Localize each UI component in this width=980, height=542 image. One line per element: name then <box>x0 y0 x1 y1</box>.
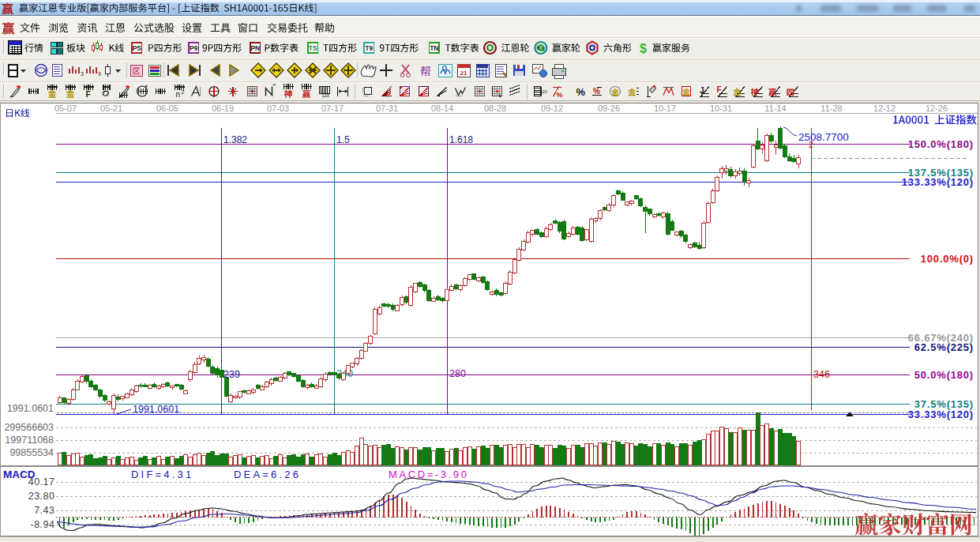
svg-text:50.0%(180): 50.0%(180) <box>914 369 974 381</box>
svg-text:150.0%(180): 150.0%(180) <box>908 138 974 150</box>
svg-text:2: 2 <box>182 89 185 95</box>
svg-text:280: 280 <box>449 368 466 379</box>
svg-text:Big: Big <box>537 45 546 51</box>
svg-text:%: % <box>576 86 586 98</box>
svg-text:346: 346 <box>813 369 830 380</box>
svg-text:133.33%(120): 133.33%(120) <box>902 176 974 188</box>
svg-text:%: % <box>593 87 600 96</box>
svg-text:33.33%(120): 33.33%(120) <box>908 408 974 420</box>
svg-text:DEA=6.26: DEA=6.26 <box>234 469 301 480</box>
svg-text:12-26: 12-26 <box>926 104 948 113</box>
svg-text:MACD=-3.90: MACD=-3.90 <box>389 469 469 480</box>
svg-text:1.5: 1.5 <box>336 134 350 145</box>
svg-text:PS: PS <box>133 44 142 52</box>
svg-text:05-07: 05-07 <box>54 104 77 113</box>
svg-text:08-14: 08-14 <box>431 104 453 113</box>
svg-text:21: 21 <box>460 70 467 77</box>
svg-text:07-17: 07-17 <box>321 104 344 113</box>
svg-text:05-21: 05-21 <box>100 104 122 113</box>
svg-text:06-05: 06-05 <box>156 104 178 113</box>
svg-text:06-19: 06-19 <box>212 104 234 113</box>
svg-text:T9: T9 <box>365 44 373 52</box>
svg-text:23.80: 23.80 <box>28 491 55 502</box>
svg-text:09-26: 09-26 <box>598 104 620 113</box>
svg-text:3: 3 <box>81 71 84 77</box>
svg-text:1.382: 1.382 <box>223 134 247 145</box>
svg-text:2508.7700: 2508.7700 <box>798 131 849 143</box>
svg-text:": " <box>273 83 276 92</box>
svg-text:07-03: 07-03 <box>267 104 289 113</box>
svg-text:299566603: 299566603 <box>4 422 54 433</box>
svg-text:199711068: 199711068 <box>5 435 54 446</box>
svg-text:07-31: 07-31 <box>376 104 398 113</box>
svg-text:11-14: 11-14 <box>764 104 786 113</box>
svg-text:TN: TN <box>430 44 438 52</box>
svg-text:-8.94: -8.94 <box>31 519 55 530</box>
svg-text:10-31: 10-31 <box>710 104 732 113</box>
svg-text:n: n <box>176 90 181 99</box>
svg-text:62.5%(225): 62.5%(225) <box>914 341 974 353</box>
svg-text:%: % <box>557 91 563 99</box>
svg-text:123: 123 <box>541 89 548 94</box>
svg-text:1.618: 1.618 <box>449 134 473 145</box>
svg-text:11-28: 11-28 <box>820 104 842 113</box>
svg-text:DIF=4.31: DIF=4.31 <box>131 469 193 480</box>
svg-text:TS: TS <box>309 44 317 52</box>
svg-text:10-17: 10-17 <box>654 104 676 113</box>
svg-text:P9: P9 <box>190 44 198 52</box>
svg-text:123: 123 <box>322 93 329 98</box>
svg-text:F: F <box>86 90 91 99</box>
svg-text:09-12: 09-12 <box>541 104 563 113</box>
svg-text:1991.0601: 1991.0601 <box>7 403 54 414</box>
svg-text:100.0%(0): 100.0%(0) <box>921 253 974 265</box>
svg-text:7.43: 7.43 <box>34 505 54 516</box>
svg-text:12-12: 12-12 <box>873 104 896 113</box>
svg-text:PN: PN <box>250 44 260 52</box>
svg-text:40.17: 40.17 <box>28 476 55 487</box>
svg-text:F: F <box>717 85 722 94</box>
svg-text:$: $ <box>640 42 647 55</box>
svg-text:99855534: 99855534 <box>9 447 54 458</box>
svg-text:08-28: 08-28 <box>484 104 506 113</box>
svg-text:1991.0601: 1991.0601 <box>133 404 179 415</box>
svg-text:9: 9 <box>98 71 101 77</box>
